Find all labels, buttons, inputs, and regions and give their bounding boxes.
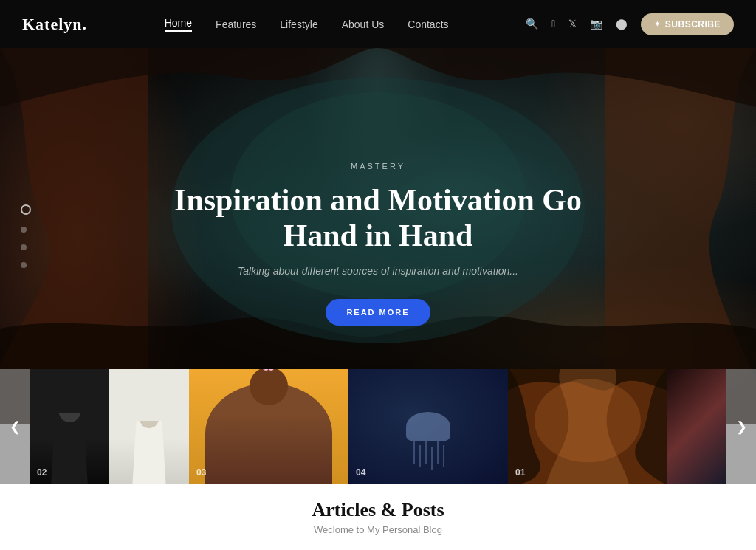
gallery-item-02[interactable]: 02: [30, 369, 189, 484]
dribbble-icon[interactable]: ⬤: [616, 18, 628, 30]
gallery-num-03: 03: [196, 467, 206, 478]
articles-title: Articles & Posts: [312, 499, 444, 521]
gallery-item-03[interactable]: 03: [189, 369, 348, 484]
canyon-svg: [508, 369, 667, 484]
gallery-image-04: [348, 369, 508, 484]
gallery-img-right: [109, 369, 189, 484]
main-nav: Home Features Lifestyle About Us Contact…: [165, 17, 449, 32]
gallery-image-05: [667, 369, 726, 484]
hero-category: MASTERY: [134, 162, 622, 171]
hero-dot-4[interactable]: [21, 262, 27, 268]
nav-item-about[interactable]: About Us: [342, 18, 385, 30]
gallery-image-02: [30, 369, 189, 484]
nav-item-contacts[interactable]: Contacts: [408, 18, 448, 30]
nav-item-features[interactable]: Features: [216, 18, 256, 30]
nav-item-home[interactable]: Home: [165, 17, 192, 32]
hero-title: Inspiration and Motivation Go Hand in Ha…: [134, 182, 622, 254]
subscribe-button[interactable]: SUBSCRIBE: [641, 13, 734, 35]
hero-dots: [21, 204, 31, 268]
gallery-item-01[interactable]: 01: [508, 369, 667, 484]
hero-subtitle: Talking about different sources of inspi…: [134, 265, 622, 277]
gallery-item-05-partial[interactable]: [667, 369, 726, 484]
hero-section: MASTERY Inspiration and Motivation Go Ha…: [0, 48, 756, 424]
gallery-items: 02 03 04: [30, 369, 726, 484]
gallery-num-04: 04: [356, 467, 365, 478]
twitter-icon[interactable]: 𝕏: [568, 18, 577, 30]
hero-dot-1[interactable]: [21, 204, 31, 215]
search-icon[interactable]: 🔍: [526, 18, 538, 30]
gallery-num-01: 01: [515, 467, 525, 478]
dark-garment: [49, 413, 90, 484]
gallery-strip: ❮ 02 03 04: [0, 369, 756, 484]
hero-content: MASTERY Inspiration and Motivation Go Ha…: [120, 162, 636, 326]
gallery-image-03: [189, 369, 348, 484]
nav-item-lifestyle[interactable]: Lifestyle: [280, 18, 317, 30]
smiling-figure: [205, 383, 333, 484]
gallery-item-04[interactable]: 04: [348, 369, 508, 484]
jellyfish-figure: [406, 412, 450, 441]
gallery-next-button[interactable]: ❯: [726, 369, 756, 484]
instagram-icon[interactable]: 📷: [590, 18, 602, 30]
navbar: Katelyn. Home Features Lifestyle About U…: [0, 0, 756, 48]
facebook-icon[interactable]: : [551, 18, 555, 30]
articles-section: Articles & Posts Weclome to My Personal …: [0, 484, 756, 550]
gallery-image-01: [508, 369, 667, 484]
brand-name: Katelyn.: [22, 15, 87, 33]
read-more-button[interactable]: READ MORE: [326, 299, 430, 326]
brand-logo[interactable]: Katelyn.: [22, 15, 87, 34]
gallery-img-left: [30, 369, 109, 484]
light-garment: [131, 421, 168, 484]
articles-subtitle: Weclome to My Personal Blog: [314, 524, 442, 535]
navbar-right: 🔍  𝕏 📷 ⬤ SUBSCRIBE: [526, 13, 734, 35]
gallery-num-02: 02: [37, 467, 47, 478]
hero-dot-3[interactable]: [21, 244, 27, 250]
gallery-prev-button[interactable]: ❮: [0, 369, 30, 484]
hero-dot-2[interactable]: [21, 227, 27, 233]
